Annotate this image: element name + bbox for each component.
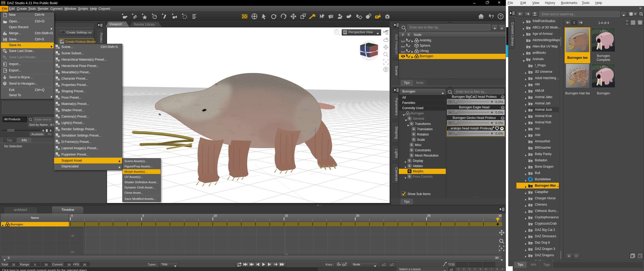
svg-text:S: S [530,211,531,213]
svg-text:S: S [530,72,531,74]
svg-text:Fro: Fro [363,51,366,53]
svg-text:S: S [528,46,529,48]
svg-text:S: S [530,230,531,232]
svg-text:S: S [530,141,531,143]
svg-text:S: S [530,205,531,206]
svg-text:S: S [528,40,529,42]
svg-text:S: S [530,154,531,156]
svg-text:S: S [530,116,531,118]
svg-text:S: S [528,21,529,23]
svg-text:S: S [530,243,531,244]
svg-text:S: S [530,160,531,162]
svg-text:S: S [528,59,529,61]
svg-text:S: S [530,97,531,99]
svg-text:S: S [530,186,531,187]
svg-text:S: S [530,236,531,238]
svg-text:S: S [530,173,531,175]
svg-text:S: S [530,110,531,112]
svg-text:S: S [530,84,531,86]
svg-text:S: S [530,122,531,124]
svg-text:Left: Left [372,50,376,53]
svg-text:S: S [530,148,531,149]
svg-text:S: S [530,255,531,257]
svg-text:S: S [530,217,531,219]
svg-text:S: S [530,198,531,200]
svg-text:S: S [530,135,531,137]
svg-text:S: S [530,129,531,130]
svg-text:S: S [530,249,531,251]
svg-text:S: S [530,224,531,225]
svg-text:?: ? [500,14,502,18]
svg-text:S: S [528,27,529,29]
svg-text:?: ? [491,14,494,19]
svg-text:S: S [530,192,531,194]
svg-text:S: S [528,53,529,55]
svg-text:S: S [530,91,531,93]
svg-text:S: S [530,65,531,67]
svg-text:S: S [530,78,531,80]
svg-text:DS: DS [480,16,483,19]
svg-text:S: S [528,34,529,36]
svg-text:S: S [530,167,531,168]
svg-text:S: S [530,103,531,105]
